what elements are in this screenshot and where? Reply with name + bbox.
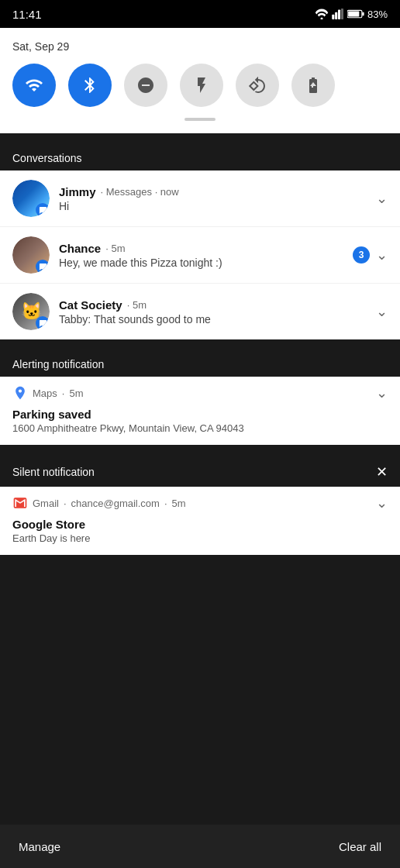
clear-all-button[interactable]: Clear all [339, 840, 381, 853]
status-bar: 11:41 83% [0, 0, 400, 28]
qs-bluetooth-button[interactable] [68, 64, 112, 107]
svg-rect-1 [332, 15, 334, 19]
chevron-down-icon-jimmy[interactable]: ⌄ [376, 190, 388, 207]
svg-rect-7 [348, 11, 359, 16]
alerting-app-dot: · [62, 388, 65, 399]
convo-name-chance: Chance [59, 242, 101, 255]
wifi-status-icon [315, 9, 329, 19]
gap-bottom [0, 555, 400, 601]
svg-rect-6 [362, 12, 364, 16]
silent-app-info: Gmail · chance@gmail.com · 5m [12, 495, 186, 511]
avatar-jimmy [12, 180, 50, 217]
convo-meta-cat-society: · 5m [127, 299, 147, 311]
alerting-time: 5m [69, 388, 83, 399]
signal-status-icon [332, 9, 344, 19]
silent-title: Google Store [12, 518, 388, 531]
convo-content-jimmy: Jimmy · Messages · now Hi [59, 185, 370, 212]
bottom-action-bar: Manage Clear all [0, 825, 400, 868]
convo-text-chance: Hey, we made this Pizza tonight :) [59, 257, 347, 269]
qs-date: Sat, Sep 29 [12, 40, 388, 53]
qs-battery-saver-button[interactable] [291, 64, 335, 107]
silent-close-button[interactable]: ✕ [376, 463, 388, 480]
conversations-card: Jimmy · Messages · now Hi ⌄ Chance · 5m … [0, 170, 400, 339]
qs-dnd-button[interactable] [124, 64, 167, 107]
convo-meta-jimmy: · Messages · now [101, 186, 179, 198]
conversation-cat-society[interactable]: 🐱 Cat Society · 5m Tabby: That sounds go… [0, 284, 400, 339]
conversation-chance[interactable]: Chance · 5m Hey, we made this Pizza toni… [0, 227, 400, 284]
alerting-app-info: Maps · 5m [12, 385, 83, 401]
convo-meta-chance: · 5m [105, 243, 125, 254]
convo-text-cat-society: Tabby: That sounds good to me [59, 313, 370, 326]
alerting-notification-card[interactable]: Maps · 5m ⌄ Parking saved 1600 Amphithea… [0, 377, 400, 445]
alerting-app-name: Maps [33, 388, 57, 399]
convo-text-jimmy: Hi [59, 200, 370, 212]
chevron-down-icon-cat[interactable]: ⌄ [376, 303, 388, 320]
avatar-cat-society: 🐱 [12, 293, 50, 330]
messages-app-icon-chance [36, 260, 50, 274]
maps-app-icon [12, 385, 28, 401]
silent-app-name: Gmail [33, 498, 59, 509]
chevron-down-icon-maps[interactable]: ⌄ [376, 384, 388, 401]
chevron-down-icon-gmail[interactable]: ⌄ [376, 494, 388, 512]
chevron-down-icon-chance[interactable]: ⌄ [376, 246, 388, 264]
qs-drag-handle [184, 118, 216, 121]
gap-3 [0, 445, 400, 454]
svg-point-0 [320, 18, 322, 20]
battery-percent: 83% [367, 9, 388, 20]
qs-buttons-row [12, 64, 388, 107]
qs-flashlight-button[interactable] [180, 64, 223, 107]
status-icons: 83% [315, 9, 388, 20]
silent-section-label: Silent notification ✕ [0, 454, 400, 487]
gap-2 [0, 339, 400, 349]
gmail-app-icon [12, 495, 28, 511]
messages-app-icon [36, 203, 50, 217]
silent-text: Earth Day is here [12, 532, 388, 544]
battery-status-icon [347, 9, 364, 19]
gap-1 [0, 133, 400, 143]
convo-content-chance: Chance · 5m Hey, we made this Pizza toni… [59, 242, 347, 269]
svg-rect-2 [335, 12, 337, 19]
alerting-section-label: Alerting notification [0, 349, 400, 377]
alerting-text: 1600 Amphitheatre Pkwy, Mountain View, C… [12, 422, 388, 434]
status-time: 11:41 [12, 8, 42, 21]
messages-app-icon-cat [36, 316, 50, 330]
svg-rect-4 [341, 9, 343, 19]
svg-rect-3 [338, 10, 340, 19]
conversations-section-label: Conversations [0, 143, 400, 170]
silent-time: 5m [172, 498, 186, 509]
silent-notification-card[interactable]: Gmail · chance@gmail.com · 5m ⌄ Google S… [0, 487, 400, 555]
avatar-chance [12, 236, 50, 274]
convo-name-jimmy: Jimmy [59, 185, 96, 198]
convo-name-cat-society: Cat Society [59, 298, 122, 312]
qs-rotate-button[interactable] [236, 64, 279, 107]
unread-badge-chance: 3 [353, 246, 370, 264]
qs-wifi-button[interactable] [12, 64, 56, 107]
silent-email: chance@gmail.com [71, 498, 160, 509]
manage-button[interactable]: Manage [19, 840, 60, 853]
quick-settings-panel: Sat, Sep 29 [0, 28, 400, 133]
conversation-jimmy[interactable]: Jimmy · Messages · now Hi ⌄ [0, 170, 400, 227]
alerting-title: Parking saved [12, 408, 388, 421]
convo-content-cat-society: Cat Society · 5m Tabby: That sounds good… [59, 298, 370, 326]
